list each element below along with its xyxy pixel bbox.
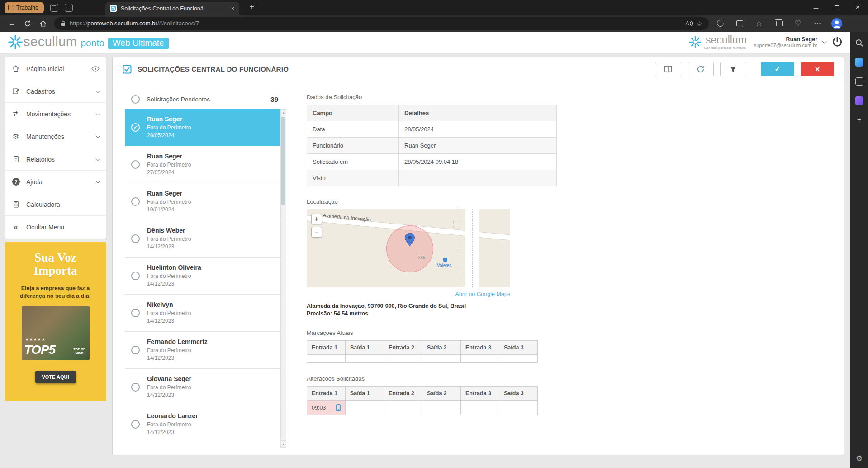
- filter-button[interactable]: [720, 62, 746, 76]
- vertical-tabs-icon[interactable]: [65, 4, 73, 12]
- sidebar-item-movimentacoes[interactable]: Movimentações: [5, 103, 106, 125]
- list-item[interactable]: Fernando Lemmertz Fora do Perímetro 14/1…: [125, 332, 280, 369]
- copilot-icon[interactable]: [855, 58, 863, 67]
- list-item[interactable]: Huelinton Oliveira Fora do Perímetro 14/…: [125, 258, 280, 295]
- scroll-up-icon[interactable]: ▲: [281, 110, 286, 116]
- radio-icon[interactable]: [131, 160, 140, 169]
- list-item[interactable]: Dênis Weber Fora do Perímetro 14/12/2023: [125, 220, 280, 258]
- back-button[interactable]: ←: [5, 17, 20, 30]
- close-window-button[interactable]: ✕: [847, 0, 868, 15]
- home-button[interactable]: [35, 17, 51, 30]
- request-type: Fora do Perímetro: [147, 384, 191, 392]
- list-header[interactable]: Solicitações Pendentes 39: [125, 89, 286, 109]
- map-zoom-controls: + −: [311, 214, 322, 240]
- scrollbar-thumb[interactable]: [281, 117, 285, 205]
- sidebar-nav: Página Inicial Cadastros Movimentações ⚙…: [5, 57, 106, 239]
- table-row: 09:03: [307, 401, 538, 415]
- user-menu-chevron-icon[interactable]: [822, 39, 827, 43]
- list-item[interactable]: Ruan Seger Fora do Perímetro 19/01/2024: [125, 183, 280, 220]
- request-date: 14/12/2023: [147, 280, 201, 288]
- log-button[interactable]: [655, 62, 681, 76]
- request-details-panel: Dados da Solicitação Campo Detalhes Data…: [307, 94, 578, 415]
- list-item-selected[interactable]: ✓ Ruan Seger Fora do Perímetro 28/05/202…: [125, 109, 280, 146]
- module-checkbox-icon: [123, 65, 132, 74]
- request-date: 19/01/2024: [147, 206, 191, 214]
- vote-aqui-button[interactable]: VOTE AQUI: [35, 371, 76, 383]
- list-item-text: Giovana Seger Fora do Perímetro 14/12/20…: [147, 375, 191, 400]
- scroll-down-icon[interactable]: ▼: [281, 440, 286, 447]
- settings-gear-icon[interactable]: ⚙: [856, 455, 863, 463]
- maximize-button[interactable]: [826, 0, 847, 15]
- user-block[interactable]: Ruan Seger suporte07@secullum.com.br: [754, 36, 817, 48]
- radio-icon[interactable]: [131, 383, 140, 392]
- workspace-icon[interactable]: [50, 4, 58, 12]
- sidebar-item-cadastros[interactable]: Cadastros: [5, 80, 106, 103]
- more-menu-icon[interactable]: ⋯: [810, 17, 825, 30]
- radio-icon[interactable]: [131, 272, 140, 280]
- employee-name: Ruan Seger: [147, 115, 191, 123]
- minimize-button[interactable]: —: [806, 0, 826, 15]
- sidebar-item-label: Movimentações: [26, 110, 71, 118]
- reject-button[interactable]: ✕: [801, 62, 834, 76]
- radio-checked-icon[interactable]: ✓: [131, 123, 140, 132]
- pending-count-badge: 39: [270, 96, 278, 103]
- user-email: suporte07@secullum.com.br: [754, 43, 817, 48]
- employee-name: Giovana Seger: [147, 375, 191, 382]
- ad-banner[interactable]: Sua Voz Importa Eleja a empresa que faz …: [5, 242, 106, 401]
- radio-icon[interactable]: [131, 309, 140, 317]
- search-icon[interactable]: [855, 39, 863, 47]
- browser-essentials-icon[interactable]: [712, 17, 728, 30]
- list-item[interactable]: Leonardo Lanzer Fora do Perímetro 14/12/…: [125, 406, 280, 443]
- open-google-maps-link[interactable]: Abrir no Google Maps: [307, 291, 510, 297]
- radio-icon[interactable]: [131, 346, 140, 354]
- chevron-down-icon: [96, 88, 100, 93]
- request-type: Fora do Perímetro: [147, 124, 191, 132]
- add-favorite-icon[interactable]: ☆: [697, 20, 702, 27]
- m365-icon[interactable]: [855, 96, 863, 105]
- sidebar-item-calculadora[interactable]: Calculadora: [5, 193, 106, 216]
- sidebar-item-label: Relatórios: [26, 156, 55, 163]
- eye-icon[interactable]: [91, 66, 100, 72]
- request-date: 14/12/2023: [147, 243, 191, 251]
- profile-avatar[interactable]: [829, 17, 844, 30]
- select-all-radio-icon[interactable]: [131, 95, 140, 104]
- address-bar[interactable]: https://pontoweb.secullum.com.br/#/solic…: [54, 17, 709, 30]
- list-item[interactable]: Nikelvyn Fora do Perímetro 14/12/2023: [125, 295, 280, 332]
- column-header: Saída 1: [346, 341, 384, 355]
- tab-close-icon[interactable]: ✕: [231, 6, 235, 11]
- location-map[interactable]: Alameda da Inovação ↑↓ 385 Valetec + −: [307, 209, 510, 287]
- tab-group-trabalho[interactable]: Trabalho: [5, 2, 44, 13]
- map-pin-icon: [404, 233, 415, 247]
- list-scrollbar[interactable]: ▲ ▼: [280, 109, 286, 448]
- new-tab-button[interactable]: +: [247, 2, 257, 11]
- field-value: 28/05/2024 09:04:18: [399, 154, 557, 170]
- split-screen-icon[interactable]: [732, 17, 747, 30]
- refresh-list-button[interactable]: [688, 62, 714, 76]
- radio-icon[interactable]: [131, 420, 140, 429]
- sidebar-item-pagina-inicial[interactable]: Página Inicial: [5, 57, 106, 80]
- ad-subtitle: Eleja a empresa que faz a diferença no s…: [14, 285, 97, 300]
- tab-title: Solicitações Central do Funcioná: [121, 5, 227, 12]
- radio-icon[interactable]: [131, 197, 140, 206]
- radio-icon[interactable]: [131, 234, 140, 243]
- add-sidebar-item-icon[interactable]: +: [857, 116, 862, 124]
- active-tab[interactable]: Solicitações Central do Funcioná ✕: [105, 2, 239, 15]
- sidebar-item-ajuda[interactable]: ? Ajuda: [5, 171, 106, 193]
- list-item[interactable]: Ruan Seger Fora do Perímetro 27/05/2024: [125, 146, 280, 183]
- collections-icon[interactable]: [771, 17, 786, 30]
- secullum-logo-icon-small: [688, 35, 702, 49]
- sidebar-item-relatorios[interactable]: Relatórios: [5, 148, 106, 171]
- sidebar-item-ocultar-menu[interactable]: « Ocultar Menu: [5, 216, 106, 239]
- zoom-out-button[interactable]: −: [311, 227, 322, 238]
- read-aloud-icon[interactable]: A: [685, 20, 693, 27]
- logout-power-icon[interactable]: [831, 36, 843, 48]
- list-item[interactable]: Giovana Seger Fora do Perímetro 14/12/20…: [125, 369, 280, 406]
- approve-button[interactable]: ✓: [761, 62, 794, 76]
- zoom-in-button[interactable]: +: [311, 214, 322, 224]
- list-item-text: Leonardo Lanzer Fora do Perímetro 14/12/…: [147, 412, 198, 437]
- apps-icon[interactable]: [855, 77, 863, 86]
- sidebar-item-manutencoes[interactable]: ⚙ Manutenções: [5, 125, 106, 148]
- performance-heart-icon[interactable]: ♡: [790, 17, 806, 30]
- refresh-button[interactable]: [20, 17, 35, 30]
- favorites-bar-icon[interactable]: ☆: [751, 17, 767, 30]
